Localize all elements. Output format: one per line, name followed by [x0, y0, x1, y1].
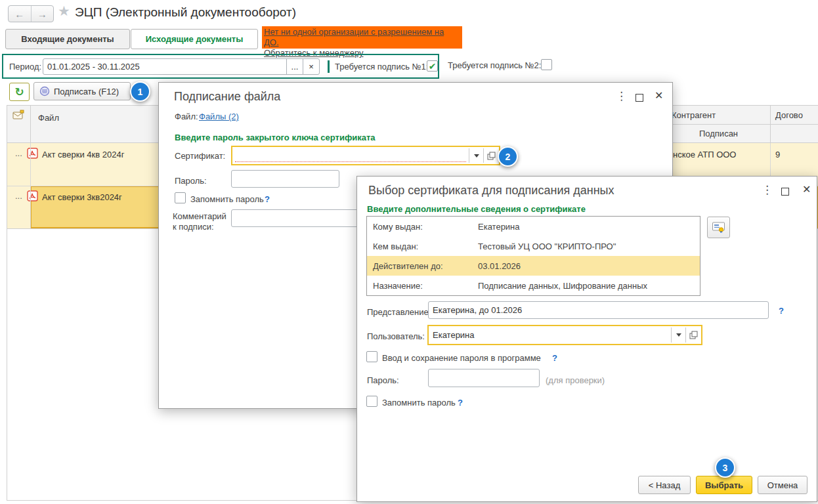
tab-outgoing-documents[interactable]: Исходящие документы — [131, 29, 258, 49]
period-filter-panel: Период: ... × Требуется подпись №1: ✔ — [2, 54, 439, 79]
sign-button-label: Подписать (F12) — [54, 87, 119, 96]
user-dropdown-button[interactable] — [672, 326, 685, 344]
certificate-label: Сертификат: — [175, 151, 225, 161]
kebab-menu-icon[interactable]: ⋮ — [616, 91, 627, 102]
certificate-icon — [712, 221, 726, 234]
presentation-label: Представление: — [367, 307, 431, 317]
files-link[interactable]: Файлы (2) — [199, 112, 239, 121]
choose-from-list-icon — [487, 152, 496, 160]
dialog-title: Подписание файла — [174, 90, 280, 104]
back-button[interactable]: < Назад — [638, 476, 691, 494]
pdf-icon — [27, 190, 38, 203]
cert-info-label: Кому выдан: — [367, 222, 478, 232]
column-header-contragent[interactable]: Контрагент — [672, 110, 716, 120]
file-label: Файл: — [175, 112, 198, 121]
callout-badge-2: 2 — [498, 146, 518, 167]
back-arrow-icon: ← — [14, 9, 24, 20]
maximize-icon[interactable] — [781, 188, 789, 196]
close-icon[interactable]: ✕ — [655, 91, 663, 101]
maximize-icon[interactable] — [635, 94, 643, 102]
refresh-button[interactable]: ↻ — [9, 83, 30, 101]
cert-info-row-highlighted: Действителен до: 03.01.2026 — [367, 256, 700, 276]
cert-info-label: Действителен до: — [367, 261, 478, 271]
chevron-down-icon — [676, 333, 681, 337]
dialog-title: Выбор сертификата для подписания данных — [368, 184, 614, 198]
warning-link-line1[interactable]: Нет ни одной организации с разрешением н… — [264, 27, 460, 48]
close-icon[interactable]: ✕ — [802, 184, 811, 195]
cert-info-value: Екатерина — [478, 222, 700, 232]
cert-info-label: Назначение: — [367, 281, 478, 291]
cert-info-row: Кем выдан: Тестовый УЦ ООО "КРИПТО-ПРО" — [367, 236, 700, 256]
pdf-icon — [27, 148, 38, 161]
row-file-name[interactable]: Акт сверки 4кв 2024г — [42, 150, 124, 159]
store-password-label: Ввод и сохранение пароля в программе — [382, 353, 541, 363]
comment-label-line2: к подписи: — [173, 222, 214, 232]
period-input[interactable] — [43, 58, 287, 75]
help-icon[interactable]: ? — [779, 306, 784, 316]
help-icon[interactable]: ? — [458, 398, 463, 408]
password-check-input[interactable] — [428, 369, 540, 387]
period-label: Период: — [9, 62, 41, 72]
user-label: Пользователь: — [367, 331, 425, 341]
app-window: ← → ★ ЭЦП (Электронный документооборот) … — [0, 0, 818, 504]
view-certificate-button[interactable] — [707, 217, 730, 238]
certificate-choose-button[interactable] — [484, 147, 499, 164]
tab-incoming-documents[interactable]: Входящие документы — [5, 29, 130, 49]
certificate-dropdown-button[interactable] — [469, 147, 483, 164]
column-header-contract[interactable]: Догово — [775, 110, 803, 120]
certificate-select-dialog: Выбор сертификата для подписания данных … — [356, 176, 817, 502]
remember-password-checkbox[interactable] — [366, 396, 377, 407]
choose-button[interactable]: Выбрать — [696, 476, 752, 494]
cert-info-value: 03.01.2026 — [478, 261, 700, 271]
cert-info-row: Кому выдан: Екатерина — [367, 217, 700, 236]
password-input[interactable] — [231, 170, 339, 188]
period-more-button[interactable]: ... — [286, 58, 303, 75]
user-choose-button[interactable] — [686, 326, 701, 344]
warning-banner: Нет ни одной организации с разрешением н… — [262, 26, 462, 49]
password-label: Пароль: — [367, 375, 399, 385]
password-label: Пароль: — [175, 176, 207, 186]
edo-status-icon[interactable] — [12, 110, 25, 123]
required-field-underline — [235, 161, 466, 162]
callout-badge-3: 3 — [715, 457, 735, 478]
sign2-checkbox[interactable] — [541, 59, 552, 70]
row-more-cell[interactable]: ... — [15, 191, 22, 201]
help-icon[interactable]: ? — [552, 353, 557, 363]
refresh-icon: ↻ — [14, 85, 24, 99]
user-input[interactable]: Екатерина — [429, 326, 671, 344]
choose-from-list-icon — [689, 331, 698, 339]
user-field-group: Екатерина — [427, 325, 702, 345]
row-file-name[interactable]: Акт сверки 3кв2024г — [42, 192, 122, 202]
column-header-signed[interactable]: Подписан — [667, 129, 770, 138]
store-password-checkbox[interactable] — [366, 351, 377, 362]
instruction-text: Введите дополнительные сведения о сертиф… — [367, 204, 586, 214]
sign1-label: Требуется подпись №1: — [335, 62, 428, 72]
remember-password-checkbox[interactable] — [175, 192, 186, 203]
row-contragent[interactable]: нское АТП ООО — [673, 150, 736, 159]
cert-info-label: Кем выдан: — [367, 242, 478, 251]
forward-button[interactable]: → — [32, 6, 54, 22]
sign1-checkbox[interactable]: ✔ — [427, 60, 438, 72]
remember-password-label: Запомнить пароль — [382, 398, 456, 408]
password-hint: (для проверки) — [546, 375, 605, 385]
filter-separator — [328, 60, 330, 73]
callout-badge-1: 1 — [130, 81, 150, 102]
forward-arrow-icon: → — [37, 9, 47, 20]
kebab-menu-icon[interactable]: ⋮ — [762, 184, 773, 196]
period-clear-button[interactable]: × — [303, 58, 320, 75]
sign-f12-button[interactable]: Подписать (F12) — [33, 82, 131, 100]
help-icon[interactable]: ? — [265, 194, 270, 204]
page-title: ЭЦП (Электронный документооборот) — [75, 5, 296, 20]
row-more-cell[interactable]: ... — [15, 148, 22, 158]
row-contract[interactable]: 9 — [775, 150, 780, 159]
back-button[interactable]: ← — [9, 6, 32, 22]
instruction-text: Введите пароль закрытого ключа сертифика… — [175, 133, 376, 142]
chevron-down-icon — [474, 154, 479, 158]
cert-info-value: Подписание данных, Шифрование данных — [478, 281, 700, 291]
presentation-input[interactable] — [428, 301, 769, 319]
cert-info-row: Назначение: Подписание данных, Шифровани… — [367, 276, 700, 295]
favorite-star-icon[interactable]: ★ — [58, 3, 70, 19]
column-header-file[interactable]: Файл — [38, 113, 59, 123]
nav-history-group: ← → — [8, 5, 54, 22]
cancel-button[interactable]: Отмена — [758, 476, 807, 494]
